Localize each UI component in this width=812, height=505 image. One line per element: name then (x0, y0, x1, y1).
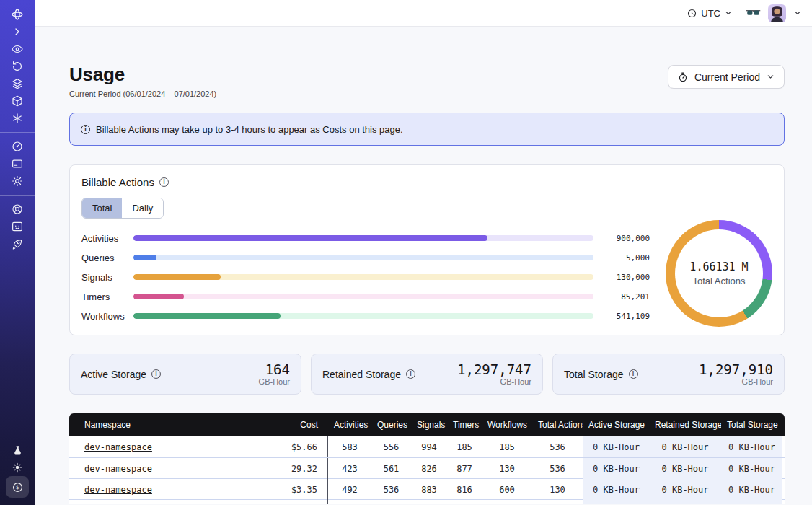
table-cell (583, 500, 649, 504)
period-select-button[interactable]: Current Period (668, 65, 785, 89)
table-cell: 826 (411, 464, 447, 474)
active-storage-card: Active Storage 164 GB-Hour (69, 354, 301, 395)
expand-chevron-icon[interactable] (4, 23, 30, 40)
bar-track (133, 294, 593, 299)
sidebar-divider (0, 132, 35, 133)
info-icon[interactable] (406, 369, 415, 379)
table-cell: 0 KB-Hour (721, 436, 782, 457)
table-cell: 185 (482, 442, 532, 452)
table-cell: 556 (371, 442, 411, 452)
topbar: UTC (35, 0, 812, 27)
table-header-cell: Total Actions (532, 420, 583, 430)
sidebar: $ (0, 0, 35, 505)
total-storage-card: Total Storage 1,297,910 GB-Hour (552, 354, 785, 395)
bar-row-queries: Queries5,000 (81, 255, 650, 260)
table-cell: 0 KB-Hour (649, 458, 721, 479)
namespace-link[interactable]: dev-namespace (84, 485, 152, 495)
bar-category-label: Queries (81, 252, 133, 263)
asterisk-icon[interactable] (4, 110, 30, 127)
chevron-down-icon[interactable] (793, 9, 802, 17)
table-cell (242, 500, 328, 504)
glasses-icon[interactable] (746, 8, 761, 19)
tab-daily[interactable]: Daily (122, 198, 163, 218)
retained-storage-card: Retained Storage 1,297,747 GB-Hour (311, 354, 543, 395)
bar-fill (133, 274, 221, 280)
table-cell: 185 (447, 442, 482, 452)
active-storage-value: 164 (259, 362, 290, 377)
table-header-cell: Cost (242, 420, 328, 430)
sidebar-divider (0, 195, 35, 196)
terminal-face-icon[interactable] (4, 218, 30, 235)
bar-row-timers: Timers85,201 (81, 294, 650, 299)
table-row: dev-namespace29.324235618268771305360 KB… (69, 457, 785, 478)
table-body: dev-namespace$5.665835569941851855360 KB… (69, 436, 785, 504)
tab-total[interactable]: Total (82, 198, 122, 218)
table-cell (721, 500, 782, 504)
bar-category-label: Timers (81, 291, 133, 302)
bar-fill (133, 313, 281, 319)
dollar-icon[interactable]: $ (6, 476, 29, 498)
donut-total-value: 1.66131 M (689, 260, 748, 273)
table-cell: dev-namespace (69, 442, 242, 452)
bar-value: 130,000 (593, 273, 650, 282)
eye-icon[interactable] (4, 40, 30, 58)
table-cell: 492 (328, 485, 371, 495)
table-cell: 877 (447, 464, 482, 474)
table-cell: 130 (482, 464, 532, 474)
card-icon[interactable] (4, 155, 30, 172)
table-cell: 0 KB-Hour (649, 479, 721, 500)
info-icon[interactable] (159, 177, 169, 187)
table-cell: 423 (328, 464, 371, 474)
table-header-cell: Signals (411, 420, 447, 430)
billable-tabs: Total Daily (81, 198, 164, 219)
timezone-selector[interactable]: UTC (687, 8, 733, 19)
retained-storage-label: Retained Storage (322, 369, 401, 380)
total-storage-value: 1,297,910 (699, 362, 773, 377)
svg-text:$: $ (16, 484, 19, 491)
gear-icon[interactable] (4, 172, 30, 190)
bar-fill (133, 255, 156, 260)
table-header-cell: Namespace (69, 420, 242, 430)
storage-summary-row: Active Storage 164 GB-Hour Retained Stor… (69, 354, 785, 395)
table-cell: 561 (371, 464, 411, 474)
table-header-cell: Retained Storage (649, 420, 721, 430)
total-storage-unit: GB-Hour (699, 377, 773, 386)
layers-icon[interactable] (4, 75, 30, 92)
retained-storage-unit: GB-Hour (457, 377, 531, 386)
donut-total-label: Total Actions (693, 276, 746, 286)
avatar[interactable] (768, 4, 786, 22)
table-cell: 583 (328, 442, 371, 452)
lifebuoy-icon[interactable] (4, 201, 30, 218)
table-header-cell: Workflows (482, 420, 532, 430)
stopwatch-icon (677, 71, 689, 83)
bar-track (133, 235, 593, 241)
table-cell: dev-namespace (69, 464, 242, 474)
page-title: Usage (69, 63, 216, 86)
rocket-icon[interactable] (4, 235, 30, 252)
bar-row-activities: Activities900,000 (81, 235, 650, 241)
table-cell: 536 (532, 464, 583, 474)
cube-icon[interactable] (4, 92, 30, 110)
table-header-cell: Queries (371, 420, 411, 430)
table-header-cell: Active Storage (583, 420, 649, 430)
info-icon[interactable] (151, 369, 161, 379)
info-banner: Billable Actions may take up to 3-4 hour… (69, 113, 785, 146)
table-row-partial (69, 499, 785, 504)
bar-category-label: Signals (81, 272, 133, 283)
retained-storage-value: 1,297,747 (457, 362, 531, 377)
table-cell: 130 (532, 485, 583, 495)
bar-row-workflows: Workflows541,109 (81, 313, 650, 319)
namespace-link[interactable]: dev-namespace (84, 442, 152, 452)
history-icon[interactable] (4, 58, 30, 75)
flask-icon[interactable] (4, 442, 30, 459)
billable-actions-card: Billable Actions Total Daily Activities9… (69, 164, 785, 335)
gauge-icon[interactable] (4, 138, 30, 155)
table-cell: 536 (532, 442, 583, 452)
total-storage-label: Total Storage (564, 369, 624, 380)
sun-icon[interactable] (4, 459, 30, 476)
namespace-link[interactable]: dev-namespace (84, 464, 152, 474)
info-icon[interactable] (629, 369, 638, 379)
chevron-down-icon (766, 72, 775, 82)
billable-actions-title: Billable Actions (81, 176, 154, 188)
table-cell: 29.32 (242, 458, 328, 479)
